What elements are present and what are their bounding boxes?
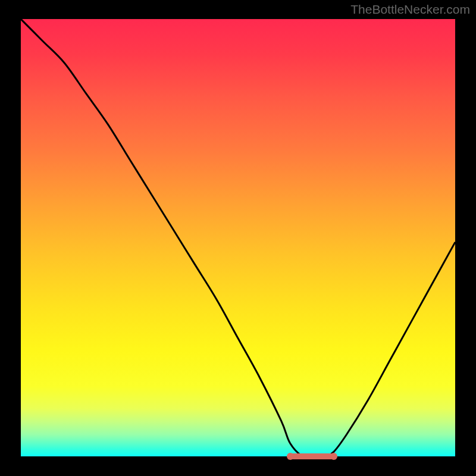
bottleneck-chart bbox=[21, 19, 455, 456]
bottleneck-curve-svg bbox=[21, 19, 455, 456]
bottleneck-curve-path bbox=[21, 19, 455, 456]
attribution-text: TheBottleNecker.com bbox=[350, 2, 470, 17]
optimum-dot-end bbox=[330, 453, 337, 460]
optimum-range-marker bbox=[290, 453, 334, 459]
optimum-dot-start bbox=[287, 453, 294, 460]
